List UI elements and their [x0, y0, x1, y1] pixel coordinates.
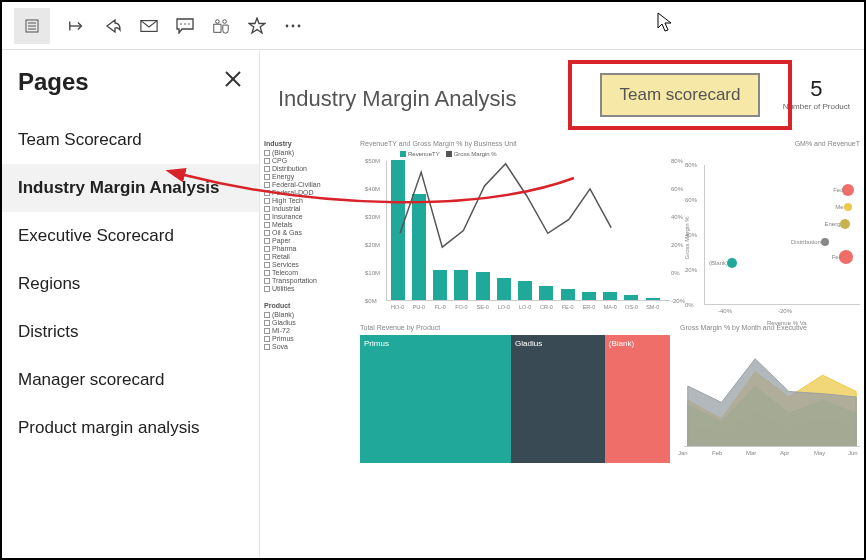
slicer-item[interactable]: Energy: [264, 173, 354, 180]
slicer-item[interactable]: Pharma: [264, 245, 354, 252]
slicer-item[interactable]: High Tech: [264, 197, 354, 204]
svg-point-10: [216, 19, 220, 23]
svg-point-16: [298, 24, 301, 27]
slicer-item[interactable]: Industrial: [264, 205, 354, 212]
legend-item: RevenueTY: [408, 151, 440, 157]
export-icon[interactable]: [68, 17, 86, 35]
svg-rect-12: [214, 24, 221, 32]
slicer-item[interactable]: MI-72: [264, 327, 354, 334]
svg-point-9: [188, 23, 190, 25]
legend-item: Gross Margin %: [454, 151, 497, 157]
favorite-icon[interactable]: [248, 17, 266, 35]
slicer-item[interactable]: Transportation: [264, 277, 354, 284]
treemap-cell[interactable]: Gladius: [511, 335, 605, 463]
chart4-title: Gross Margin % by Month and Executive: [680, 324, 860, 331]
page-tab[interactable]: Regions: [2, 260, 259, 308]
kpi-value: 5: [783, 76, 850, 102]
treemap-cell[interactable]: (Blank): [605, 335, 670, 463]
slicer-panel: Industry (Blank)CPGDistributionEnergyFed…: [264, 140, 354, 351]
slicer-item[interactable]: CPG: [264, 157, 354, 164]
page-tab[interactable]: Districts: [2, 308, 259, 356]
pages-title: Pages: [18, 68, 89, 96]
chart1-title: RevenueTY and Gross Margin % by Business…: [360, 140, 670, 147]
slicer-item[interactable]: Distribution: [264, 165, 354, 172]
slicer-item[interactable]: Services: [264, 261, 354, 268]
svg-point-14: [286, 24, 289, 27]
mail-icon[interactable]: [140, 17, 158, 35]
treemap-cell[interactable]: Primus: [360, 335, 511, 463]
chart3-title: Total Revenue by Product: [360, 324, 670, 331]
annotation-highlight: Team scorecard: [568, 60, 792, 130]
teams-icon[interactable]: [212, 17, 230, 35]
product-slicer[interactable]: Product (Blank)GladiusMI-72PrimusSova: [264, 302, 354, 350]
toolbar: [2, 2, 864, 50]
more-icon[interactable]: [284, 17, 302, 35]
svg-marker-13: [249, 18, 265, 33]
industry-slicer-title: Industry: [264, 140, 354, 147]
report-canvas: Industry Margin Analysis 5 Number of Pro…: [260, 50, 864, 558]
pages-pane: Pages Team ScorecardIndustry Margin Anal…: [2, 50, 260, 558]
page-tab[interactable]: Product margin analysis: [2, 404, 259, 452]
share-icon[interactable]: [104, 17, 122, 35]
slicer-item[interactable]: Paper: [264, 237, 354, 244]
slicer-item[interactable]: Metals: [264, 221, 354, 228]
kpi-label: Number of Product: [783, 102, 850, 111]
slicer-item[interactable]: Federal-DOD: [264, 189, 354, 196]
close-icon[interactable]: [223, 69, 243, 95]
page-tab[interactable]: Team Scorecard: [2, 116, 259, 164]
page-tab[interactable]: Industry Margin Analysis: [2, 164, 259, 212]
kpi-card: 5 Number of Product: [783, 76, 850, 111]
slicer-item[interactable]: Utilities: [264, 285, 354, 292]
slicer-item[interactable]: Primus: [264, 335, 354, 342]
svg-point-8: [184, 23, 186, 25]
page-tab[interactable]: Manager scorecard: [2, 356, 259, 404]
svg-point-11: [223, 19, 227, 23]
scatter-chart[interactable]: GM% and RevenueT Gross Margin % Revenue …: [680, 140, 860, 320]
area-chart[interactable]: Gross Margin % by Month and Executive 10…: [680, 324, 860, 464]
report-title: Industry Margin Analysis: [278, 86, 516, 112]
revenue-margin-chart[interactable]: RevenueTY and Gross Margin % by Business…: [360, 140, 670, 320]
slicer-item[interactable]: (Blank): [264, 311, 354, 318]
slicer-item[interactable]: Sova: [264, 343, 354, 350]
slicer-item[interactable]: Insurance: [264, 213, 354, 220]
svg-point-7: [180, 23, 182, 25]
slicer-item[interactable]: (Blank): [264, 149, 354, 156]
slicer-item[interactable]: Retail: [264, 253, 354, 260]
page-tab[interactable]: Executive Scorecard: [2, 212, 259, 260]
svg-point-15: [292, 24, 295, 27]
slicer-item[interactable]: Oil & Gas: [264, 229, 354, 236]
slicer-item[interactable]: Federal-Civilian: [264, 181, 354, 188]
slicer-item[interactable]: Gladius: [264, 319, 354, 326]
team-scorecard-button[interactable]: Team scorecard: [600, 73, 761, 117]
chart2-title: GM% and RevenueT: [680, 140, 860, 147]
treemap-chart[interactable]: Total Revenue by Product PrimusGladius(B…: [360, 324, 670, 464]
industry-slicer[interactable]: Industry (Blank)CPGDistributionEnergyFed…: [264, 140, 354, 292]
chart1-legend: RevenueTY Gross Margin %: [400, 151, 670, 157]
slicer-item[interactable]: Telecom: [264, 269, 354, 276]
file-menu-button[interactable]: [14, 8, 50, 44]
product-slicer-title: Product: [264, 302, 354, 309]
comment-icon[interactable]: [176, 17, 194, 35]
